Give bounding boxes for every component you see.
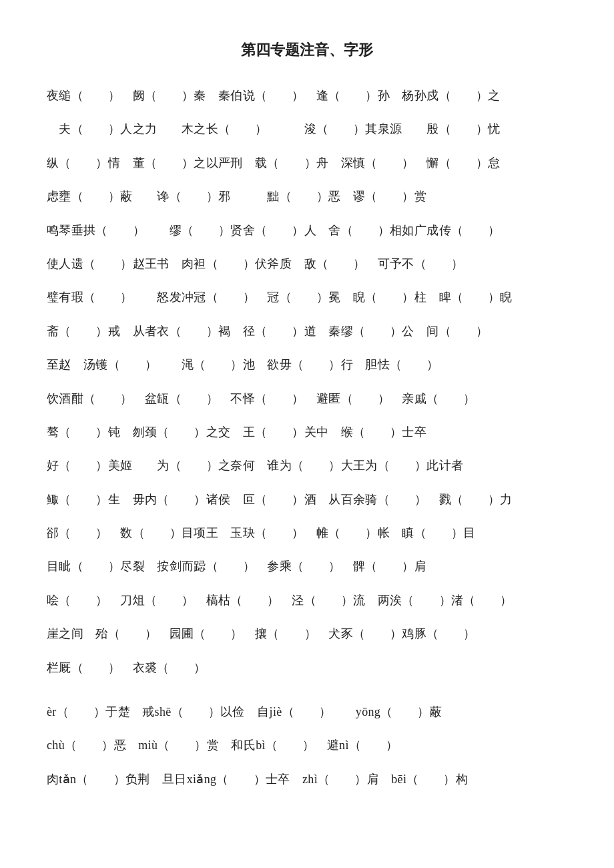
- text-line: 栏厩（ ） 衣裘（ ）: [47, 651, 567, 684]
- text-line: 璧有瑕（ ） 怒发冲冠（ ） 冠（ ）冕 睨（ ）柱 睥（ ）睨: [47, 280, 567, 314]
- text-line: 目眦（ ）尽裂 按剑而跽（ ） 参乘（ ） 髀（ ）肩: [47, 550, 567, 583]
- text-line: 至赵 汤镬（ ） 渑（ ）池 欲毋（ ）行 胆怯（ ）: [47, 348, 567, 381]
- text-line: 夫（ ）人之力 木之长（ ） 浚（ ）其泉源 殷（ ）忧: [47, 112, 567, 146]
- text-line: [47, 684, 567, 695]
- text-line: 肉tǎn（ ）负荆 旦日xiǎng（ ）士卒 zhì（ ）肩 bēi（ ）构: [47, 763, 567, 796]
- main-content: 夜缒（ ） 阙（ ）秦 秦伯说（ ） 逢（ ）孙 杨孙戍（ ）之 夫（ ）人之力…: [47, 79, 567, 796]
- text-line: 饮酒酣（ ） 盆缻（ ） 不怿（ ） 避匿（ ） 亲戚（ ）: [47, 382, 567, 415]
- text-line: 骜（ ）钝 刎颈（ ）之交 王（ ）关中 缑（ ）士卒: [47, 415, 567, 449]
- text-line: chù（ ）恶 miù（ ）赏 和氏bì（ ） 避nì（ ）: [47, 728, 567, 762]
- text-line: èr（ ）于楚 戒shē（ ）以俭 自jiè（ ） yōng（ ）蔽: [47, 695, 567, 728]
- text-line: 鸣琴垂拱（ ） 缪（ ）贤舍（ ）人 舍（ ）相如广成传（ ）: [47, 214, 567, 247]
- page-title: 第四专题注音、字形: [47, 40, 567, 60]
- text-line: 鲰（ ）生 毋内（ ）诸侯 叵（ ）酒 从百余骑（ ） 戮（ ）力: [47, 483, 567, 516]
- text-line: 使人遗（ ）赵王书 肉袒（ ）伏斧质 敌（ ） 可予不（ ）: [47, 247, 567, 280]
- text-line: 夜缒（ ） 阙（ ）秦 秦伯说（ ） 逢（ ）孙 杨孙戍（ ）之: [47, 79, 567, 112]
- text-line: 纵（ ）情 董（ ）之以严刑 载（ ）舟 深慎（ ） 懈（ ）怠: [47, 146, 567, 180]
- text-line: 虑壅（ ）蔽 谗（ ）邪 黜（ ）恶 谬（ ）赏: [47, 180, 567, 213]
- text-line: 郤（ ） 数（ ）目项王 玉玦（ ） 帷（ ）帐 瞋（ ）目: [47, 516, 567, 550]
- text-line: 斋（ ）戒 从者衣（ ）褐 径（ ）道 秦缪（ ）公 间（ ）: [47, 314, 567, 348]
- text-line: 好（ ）美姬 为（ ）之奈何 谁为（ ）大王为（ ）此计者: [47, 449, 567, 482]
- text-line: 哙（ ） 刀俎（ ） 槁枯（ ） 泾（ ）流 两涘（ ）渚（ ）: [47, 584, 567, 617]
- text-line: 崖之间 殆（ ） 园圃（ ） 攘（ ） 犬豕（ ）鸡豚（ ）: [47, 617, 567, 650]
